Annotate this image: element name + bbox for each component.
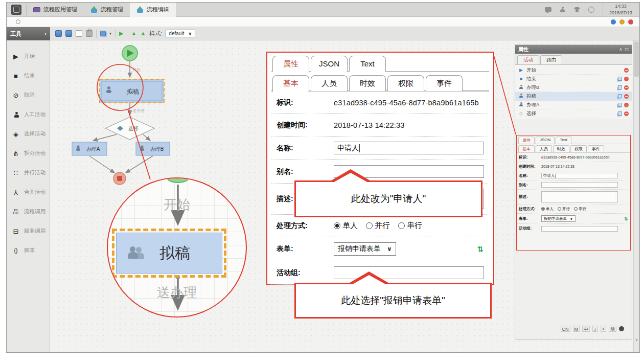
tab-process-management[interactable]: 流程管理 [84,3,130,17]
copy-icon[interactable] [618,111,622,116]
subtab-basic[interactable]: 基本 [272,75,309,91]
tool-parallel-activity[interactable]: ∷并行活动 [7,163,50,183]
tray-dot-icon[interactable] [619,326,624,331]
theme-icon[interactable] [574,7,580,12]
tool-choice-activity[interactable]: ◈选择活动 [7,124,50,144]
tray-charset[interactable]: 簡 [609,326,616,332]
subtab-events[interactable]: 事件 [588,145,604,152]
tab-properties[interactable]: 属性 [272,56,309,72]
scrollbar-thumb[interactable] [634,41,639,77]
tab-json[interactable]: JSON [311,56,348,72]
name-input[interactable]: 申请人 [541,173,618,178]
tray-sound-icon[interactable]: ♪ [592,326,598,332]
dock-icon[interactable]: ▢ [625,47,629,52]
spinner-arrows-icon[interactable]: ⌃⌄ [615,192,617,199]
list-item-choice[interactable]: ◇ 选择 [515,109,632,118]
node-a[interactable] [72,142,107,155]
radio-serial[interactable]: 串行 [574,207,586,212]
dropdown-arrow-icon[interactable]: ▾ [109,31,111,36]
tab-process-editor[interactable]: 流程编辑 [130,3,176,17]
tool-script[interactable]: {}脚本 [7,241,50,260]
copy-icon[interactable] [618,103,622,107]
new-page-icon[interactable] [76,30,82,37]
blue-dot-icon[interactable] [611,19,616,25]
tab-properties[interactable]: 属性 [518,137,535,144]
app-logo-icon[interactable] [11,5,21,15]
subtab-permissions[interactable]: 权限 [570,145,587,152]
delete-icon[interactable] [624,94,629,99]
flow-canvas[interactable]: 开始 送办理 选择A 选择B 拟稿 选择 [50,40,633,353]
tab-activities[interactable]: 活动 [517,55,539,64]
tool-manual-activity[interactable]: 人工活动 [7,105,50,124]
radio-parallel[interactable]: 并行 [558,207,570,212]
scroll-down-arrow-icon[interactable]: ∨ [634,337,639,342]
list-item-handle-b[interactable]: 办理B [515,83,632,92]
copy-icon[interactable] [618,85,622,89]
radio-single[interactable]: 单人 [541,207,554,212]
delete-icon[interactable] [624,68,629,73]
end-node[interactable] [113,172,126,185]
subtab-permissions[interactable]: 权限 [387,75,424,91]
subtab-personnel[interactable]: 人员 [311,75,348,91]
user-icon[interactable] [560,7,566,13]
radio-single[interactable]: 单人 [334,221,358,231]
alias-input[interactable] [541,182,618,188]
lock-icon[interactable] [86,30,93,37]
tray-lang[interactable]: CN [561,326,570,332]
run-icon[interactable]: ▶ [119,31,123,36]
desc-textarea[interactable]: ⌃⌄ [541,191,618,202]
red-dot-icon[interactable] [628,19,633,25]
list-item-draft[interactable]: 拟稿 [515,92,632,101]
tray-misc[interactable]: ⁵ [601,326,606,332]
collapse-icon[interactable]: ∧ [619,47,623,52]
tool-start[interactable]: ▶开始 [7,47,50,66]
copy-icon[interactable] [618,94,622,98]
tool-process-call[interactable]: 品流程调用 [7,202,50,221]
subtab-personnel[interactable]: 人员 [536,145,552,152]
choice-node[interactable] [105,117,154,140]
refresh-circle-icon[interactable] [16,19,20,24]
power-icon[interactable] [588,7,594,13]
collapse-arrow-icon[interactable]: ‹ [44,31,47,37]
refresh-forms-icon[interactable]: ⇄ [624,217,629,221]
delete-icon[interactable] [624,103,629,107]
list-item-start[interactable]: ▶ 开始 [515,66,632,75]
copy-icon[interactable] [618,77,622,81]
tool-end[interactable]: ■结束 [7,66,50,85]
message-icon[interactable] [545,7,551,12]
tool-merge-activity[interactable]: Y合并活动 [7,183,50,202]
subtab-events[interactable]: 事件 [426,75,463,91]
publish-icon[interactable]: ▲ [140,31,146,36]
form-select[interactable]: 报销申请表单 ∨ [541,215,576,222]
deploy-icon[interactable]: ▲ [131,31,136,36]
refresh-forms-icon[interactable]: ⇄ [476,246,486,253]
list-item-end[interactable]: ■ 结束 [515,75,632,83]
orange-dot-icon[interactable] [619,19,625,25]
name-input[interactable]: 申请人 [334,142,484,154]
magnified-draft-node[interactable]: 拟稿 [112,229,226,278]
save-as-icon[interactable] [65,30,72,37]
save-icon[interactable] [55,30,62,37]
tray-mode[interactable]: M [573,326,580,332]
node-b[interactable] [136,142,170,155]
delete-icon[interactable] [624,77,629,81]
style-select[interactable]: default ∨ [166,30,195,37]
tray-cjk[interactable]: 中 [582,326,590,332]
delete-icon[interactable] [624,85,629,90]
tab-text[interactable]: Text [349,56,386,72]
group-input[interactable] [541,226,618,232]
draft-node[interactable] [100,79,164,103]
subtab-basic[interactable]: 基本 [518,145,535,152]
tool-cancel[interactable]: ⊘取消 [7,85,50,105]
delete-icon[interactable] [624,111,629,116]
tool-service-call[interactable]: ⊟服务调用 [7,221,50,241]
tab-routes[interactable]: 路由 [540,55,562,64]
radio-parallel[interactable]: 并行 [366,221,390,231]
subtab-timeliness[interactable]: 时效 [349,75,386,91]
tab-text[interactable]: Text [556,137,571,144]
start-node[interactable] [122,46,137,61]
form-select[interactable]: 报销申请表单 ∨ [334,242,396,256]
tab-process-app-management[interactable]: 流程应用管理 [27,3,84,17]
list-item-handle-a[interactable]: 办理A [515,101,632,109]
vertical-scrollbar[interactable]: ∨ [633,40,639,353]
